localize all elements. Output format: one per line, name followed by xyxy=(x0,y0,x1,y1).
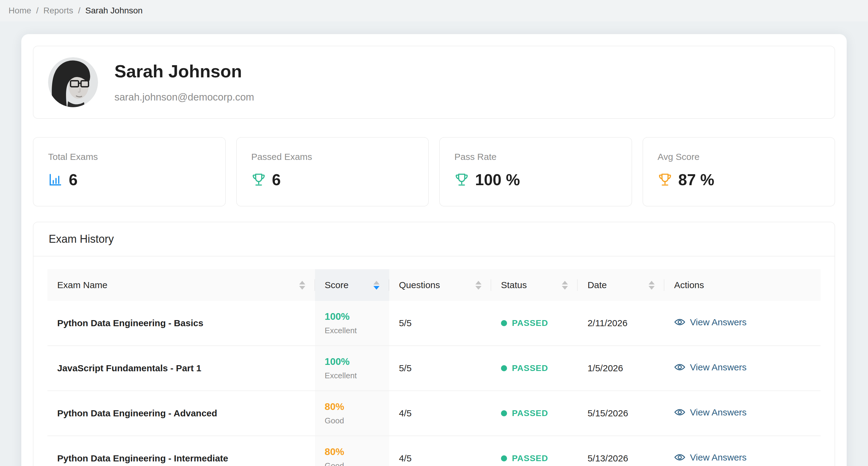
actions-cell: View Answers xyxy=(664,391,820,436)
table-header-row: Exam NameScoreQuestionsStatusDateActions xyxy=(48,269,820,301)
eye-icon xyxy=(674,316,685,328)
column-header-score[interactable]: Score xyxy=(315,269,389,301)
status-text: PASSED xyxy=(512,454,548,463)
exam-name-cell: Python Data Engineering - Basics xyxy=(48,301,315,346)
table-body: Python Data Engineering - Basics 100% Ex… xyxy=(48,301,820,466)
score-cell: 80% Good xyxy=(315,391,389,436)
caret-up-icon xyxy=(373,281,379,285)
stat-card: Avg Score 87 % xyxy=(643,137,835,206)
view-answers-link[interactable]: View Answers xyxy=(674,361,747,373)
status-cell: PASSED xyxy=(491,346,578,391)
view-answers-link[interactable]: View Answers xyxy=(674,407,747,418)
column-header-questions[interactable]: Questions xyxy=(389,269,491,301)
status-badge: PASSED xyxy=(501,408,548,418)
date-value: 2/11/2026 xyxy=(587,318,627,328)
stat-value: 6 xyxy=(272,171,281,189)
score-grade-label: Excellent xyxy=(325,371,379,380)
exam-name: JavaScript Fundamentals - Part 1 xyxy=(57,363,202,373)
score-cell: 100% Excellent xyxy=(315,346,389,391)
view-answers-label: View Answers xyxy=(690,362,747,373)
column-header-status[interactable]: Status xyxy=(491,269,578,301)
caret-down-icon xyxy=(649,286,655,290)
column-header-date[interactable]: Date xyxy=(578,269,664,301)
score-value: 100% xyxy=(325,356,379,367)
column-label: Score xyxy=(325,280,348,290)
date-cell: 2/11/2026 xyxy=(578,301,664,346)
view-answers-label: View Answers xyxy=(690,407,747,417)
view-answers-link[interactable]: View Answers xyxy=(674,316,747,328)
exam-name-cell: Python Data Engineering - Intermediate xyxy=(48,436,315,466)
trophy-icon xyxy=(658,172,672,187)
status-text: PASSED xyxy=(512,363,548,373)
report-main-card: Sarah Johnson sarah.johnson@democorp.com… xyxy=(21,34,847,466)
breadcrumb-link-reports[interactable]: Reports xyxy=(43,6,73,16)
table-row: Python Data Engineering - Basics 100% Ex… xyxy=(48,301,820,346)
column-label: Actions xyxy=(674,280,704,290)
table-row: Python Data Engineering - Advanced 80% G… xyxy=(48,391,820,436)
stat-value-row: 87 % xyxy=(658,171,820,189)
stat-value-row: 6 xyxy=(251,171,414,189)
score-grade-label: Excellent xyxy=(325,326,379,335)
stat-value-row: 100 % xyxy=(455,171,617,189)
exam-name: Python Data Engineering - Advanced xyxy=(57,408,217,418)
status-text: PASSED xyxy=(512,318,548,328)
eye-icon xyxy=(674,452,685,463)
status-text: PASSED xyxy=(512,408,548,418)
column-header-exam-name[interactable]: Exam Name xyxy=(48,269,315,301)
score-value: 100% xyxy=(325,311,379,322)
status-badge: PASSED xyxy=(501,363,548,373)
questions-value: 4/5 xyxy=(399,408,412,418)
caret-up-icon xyxy=(299,281,305,285)
eye-icon xyxy=(674,407,685,418)
exam-history-title: Exam History xyxy=(33,222,835,257)
sort-carets xyxy=(475,281,482,290)
stat-value-row: 6 xyxy=(48,171,211,189)
stat-label: Pass Rate xyxy=(455,152,617,162)
breadcrumb: Home / Reports / Sarah Johnson xyxy=(8,6,143,16)
trophy-icon xyxy=(455,172,469,187)
exam-name: Python Data Engineering - Intermediate xyxy=(57,453,228,463)
sort-carets xyxy=(299,281,305,290)
exam-name-cell: JavaScript Fundamentals - Part 1 xyxy=(48,346,315,391)
stats-grid: Total Exams 6 Passed Exams 6 Pass Rate 1… xyxy=(33,137,835,206)
avatar xyxy=(48,57,98,107)
status-dot-icon xyxy=(501,455,507,461)
date-value: 5/13/2026 xyxy=(587,453,628,463)
table-row: JavaScript Fundamentals - Part 1 100% Ex… xyxy=(48,346,820,391)
profile-card: Sarah Johnson sarah.johnson@democorp.com xyxy=(33,46,835,119)
breadcrumb-link-home[interactable]: Home xyxy=(8,6,31,16)
caret-up-icon xyxy=(649,281,655,285)
actions-cell: View Answers xyxy=(664,301,820,346)
stat-label: Avg Score xyxy=(658,152,820,162)
score-cell: 100% Excellent xyxy=(315,301,389,346)
status-cell: PASSED xyxy=(491,301,578,346)
caret-down-icon xyxy=(373,286,379,290)
score-grade-label: Good xyxy=(325,461,379,466)
exam-name: Python Data Engineering - Basics xyxy=(57,318,203,328)
eye-icon xyxy=(674,361,685,373)
questions-cell: 4/5 xyxy=(389,391,491,436)
breadcrumb-current: Sarah Johnson xyxy=(85,6,143,16)
sort-carets xyxy=(373,281,379,290)
breadcrumb-separator: / xyxy=(78,6,81,16)
date-cell: 5/15/2026 xyxy=(578,391,664,436)
stat-value: 6 xyxy=(69,171,78,189)
questions-cell: 5/5 xyxy=(389,301,491,346)
score-value: 80% xyxy=(325,401,379,412)
status-dot-icon xyxy=(501,410,507,416)
questions-value: 5/5 xyxy=(399,318,412,328)
breadcrumb-bar: Home / Reports / Sarah Johnson xyxy=(0,0,868,21)
status-cell: PASSED xyxy=(491,436,578,466)
exam-history-card: Exam History Exam NameScoreQuestionsStat… xyxy=(33,222,835,466)
bar-chart-icon xyxy=(48,172,63,187)
caret-down-icon xyxy=(562,286,568,290)
sort-carets xyxy=(649,281,655,290)
caret-down-icon xyxy=(299,286,305,290)
column-label: Date xyxy=(587,280,607,290)
stat-card: Passed Exams 6 xyxy=(236,137,429,206)
actions-cell: View Answers xyxy=(664,436,820,466)
exam-table: Exam NameScoreQuestionsStatusDateActions… xyxy=(48,269,820,466)
view-answers-link[interactable]: View Answers xyxy=(674,452,747,463)
trophy-icon xyxy=(251,172,266,187)
status-dot-icon xyxy=(501,365,507,371)
